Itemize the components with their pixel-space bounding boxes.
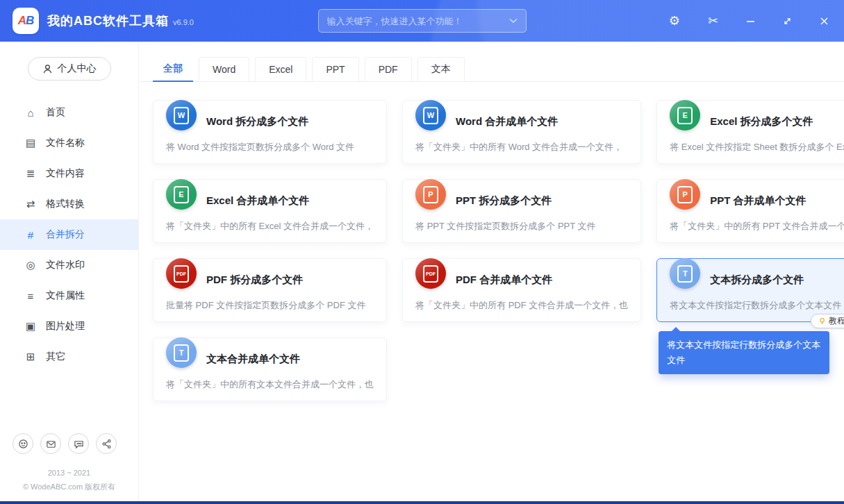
titlebar-actions: ⚙ ✂ — [669, 15, 829, 27]
word-split-icon: W — [166, 100, 197, 131]
profile-label: 个人中心 — [58, 62, 97, 75]
tool-desc: 将「文件夹」中的所有 Word 文件合并成一个文件， — [415, 141, 628, 153]
tool-desc: 将文本文件按指定行数拆分成多个文本文件 — [670, 299, 844, 312]
tab-2[interactable]: Excel — [255, 57, 306, 82]
tutorial-button[interactable]: 教程 — [811, 314, 844, 328]
tool-card-ppt-split[interactable]: P PPT 拆分成多个文件 将 PPT 文件按指定页数拆分成多个 PPT 文件 … — [402, 179, 641, 243]
tab-label: Excel — [269, 64, 292, 75]
tool-title: 文本合并成单个文件 — [206, 353, 300, 366]
tool-desc: 将 Excel 文件按指定 Sheet 数拆分成多个 Excel 文件 — [670, 141, 844, 153]
merge-split-icon: # — [24, 229, 38, 241]
sidebar-item-file-name[interactable]: ▤ 文件名称 — [0, 128, 138, 158]
mail-icon[interactable] — [40, 433, 61, 454]
tool-card-head: P PPT 合并成单个文件 — [670, 187, 844, 215]
person-icon — [42, 64, 53, 74]
tool-card-text-merge[interactable]: T 文本合并成单个文件 将「文件夹」中的所有文本文件合并成一个文件，也 教程 ♡… — [153, 337, 387, 401]
watermark-icon: ◎ — [24, 259, 38, 271]
app-logo: AB — [13, 8, 39, 34]
tool-desc: 将「文件夹」中的所有 Excel 文件合并成一个文件， — [166, 220, 374, 233]
window-bottom-edge — [0, 501, 844, 504]
sidebar-item-format-convert[interactable]: ⇄ 格式转换 — [0, 189, 138, 219]
chevron-down-icon[interactable] — [509, 18, 518, 24]
tool-desc: 将「文件夹」中的所有文本文件合并成一个文件，也 — [166, 378, 374, 391]
tool-card-word-merge[interactable]: W Word 合并成单个文件 将「文件夹」中的所有 Word 文件合并成一个文件… — [402, 100, 641, 164]
sidebar-item-watermark[interactable]: ◎ 文件水印 — [0, 250, 138, 280]
main-content: 全部 Word Excel PPT PDF 文本 W Word 拆分成多个文件 … — [139, 42, 844, 504]
tab-label: PDF — [379, 64, 398, 75]
sidebar-item-other[interactable]: ⊞ 其它 — [0, 342, 138, 372]
tab-4[interactable]: PDF — [365, 57, 412, 82]
text-merge-icon: T — [166, 337, 197, 368]
tool-card-head: E Excel 拆分成多个文件 — [670, 108, 844, 135]
tool-card-ppt-merge[interactable]: P PPT 合并成单个文件 将「文件夹」中的所有 PPT 文件合并成一个文件，也… — [656, 179, 844, 243]
tool-card-head: T 文本拆分成多个文件 — [670, 266, 844, 294]
app-body: 个人中心 ⌂ 首页 ▤ 文件名称 ≣ 文件内容 ⇄ 格式转换 # 合并拆分 ◎ … — [0, 42, 844, 504]
tool-title: Word 合并成单个文件 — [456, 115, 558, 128]
close-button[interactable] — [820, 17, 829, 26]
format-convert-icon: ⇄ — [24, 198, 38, 210]
tool-desc: 将 Word 文件按指定页数拆分成多个 Word 文件 — [166, 141, 374, 153]
tool-card-head: W Word 合并成单个文件 — [415, 108, 628, 135]
tool-card-word-split[interactable]: W Word 拆分成多个文件 将 Word 文件按指定页数拆分成多个 Word … — [153, 100, 387, 164]
tool-card-pdf-split[interactable]: PDF PDF 拆分成多个文件 批量将 PDF 文件按指定页数拆分成多个 PDF… — [153, 258, 387, 322]
tool-title: Excel 拆分成多个文件 — [710, 115, 813, 128]
sidebar-item-label: 图片处理 — [46, 320, 85, 333]
profile-button[interactable]: 个人中心 — [28, 57, 111, 81]
sidebar-item-home[interactable]: ⌂ 首页 — [0, 97, 138, 128]
tool-title: PDF 拆分成多个文件 — [206, 274, 303, 287]
other-icon: ⊞ — [24, 351, 38, 363]
sidebar-footer: 2013 ~ 2021 © WodeABC.com 版权所有 — [0, 467, 138, 504]
tool-desc: 批量将 PDF 文件按指定页数拆分成多个 PDF 文件 — [166, 299, 374, 312]
tool-card-excel-merge[interactable]: E Excel 合并成单个文件 将「文件夹」中的所有 Excel 文件合并成一个… — [153, 179, 387, 243]
hover-actions: 教程 ♡ 关注 — [811, 314, 844, 328]
tool-card-head: E Excel 合并成单个文件 — [166, 187, 374, 215]
sidebar-item-label: 合并拆分 — [46, 228, 85, 241]
tool-desc: 将「文件夹」中的所有 PPT 文件合并成一个文件，也 — [670, 220, 844, 233]
tool-title: PPT 合并成单个文件 — [710, 194, 806, 208]
tool-title: PDF 合并成单个文件 — [456, 274, 552, 287]
app-version: v6.9.0 — [173, 18, 194, 26]
fullscreen-button[interactable] — [783, 17, 792, 26]
sidebar-item-label: 文件属性 — [46, 289, 85, 302]
sidebar-item-file-attributes[interactable]: ≡ 文件属性 — [0, 280, 138, 311]
tab-5[interactable]: 文本 — [417, 57, 465, 82]
tool-card-excel-split[interactable]: E Excel 拆分成多个文件 将 Excel 文件按指定 Sheet 数拆分成… — [656, 100, 844, 164]
tool-desc: 将「文件夹」中的所有 PDF 文件合并成一个文件，也 — [415, 299, 628, 312]
tool-desc: 将 PPT 文件按指定页数拆分成多个 PPT 文件 — [415, 220, 628, 233]
sidebar-item-merge-split[interactable]: # 合并拆分 — [0, 219, 138, 250]
sidebar-item-file-content[interactable]: ≣ 文件内容 — [0, 158, 138, 189]
tab-label: 全部 — [163, 62, 183, 75]
chat-icon[interactable] — [68, 433, 89, 454]
tab-0[interactable]: 全部 — [153, 57, 193, 82]
tab-1[interactable]: Word — [199, 57, 249, 82]
file-content-icon: ≣ — [24, 167, 38, 180]
tool-title: Word 拆分成多个文件 — [206, 115, 308, 128]
sidebar-item-image-process[interactable]: ▣ 图片处理 — [0, 311, 138, 342]
share-icon[interactable] — [96, 433, 117, 454]
file-attributes-icon: ≡ — [24, 290, 38, 302]
tool-title: PPT 拆分成多个文件 — [456, 194, 552, 208]
tool-card-grid: W Word 拆分成多个文件 将 Word 文件按指定页数拆分成多个 Word … — [139, 82, 844, 401]
sidebar-nav: ⌂ 首页 ▤ 文件名称 ≣ 文件内容 ⇄ 格式转换 # 合并拆分 ◎ 文件水印 … — [0, 97, 138, 433]
qq-icon[interactable] — [13, 433, 33, 454]
pdf-split-icon: PDF — [166, 258, 197, 289]
tool-card-head: P PPT 拆分成多个文件 — [415, 187, 628, 215]
settings-gear-icon[interactable]: ⚙ — [669, 15, 680, 27]
excel-split-icon: E — [670, 100, 700, 131]
search-input[interactable] — [327, 16, 504, 26]
tool-card-pdf-merge[interactable]: PDF PDF 合并成单个文件 将「文件夹」中的所有 PDF 文件合并成一个文件… — [402, 258, 641, 322]
tool-card-text-split[interactable]: T 文本拆分成多个文件 将文本文件按指定行数拆分成多个文本文件 教程 ♡ 关注 … — [656, 258, 844, 322]
tools-scissors-icon[interactable]: ✂ — [708, 15, 718, 27]
minimize-button[interactable] — [746, 17, 755, 26]
copyright-years: 2013 ~ 2021 — [0, 467, 138, 480]
text-split-icon: T — [670, 258, 700, 289]
global-search[interactable] — [318, 9, 527, 33]
tab-3[interactable]: PPT — [312, 57, 358, 82]
tool-card-head: PDF PDF 拆分成多个文件 — [166, 266, 374, 294]
titlebar: AB 我的ABC软件工具箱 v6.9.0 ⚙ ✂ — [0, 0, 844, 42]
ppt-merge-icon: P — [670, 179, 700, 210]
tool-title: Excel 合并成单个文件 — [206, 194, 309, 208]
tool-card-head: PDF PDF 合并成单个文件 — [415, 266, 628, 294]
sidebar-item-label: 其它 — [46, 351, 65, 363]
tool-card-head: T 文本合并成单个文件 — [166, 345, 374, 373]
